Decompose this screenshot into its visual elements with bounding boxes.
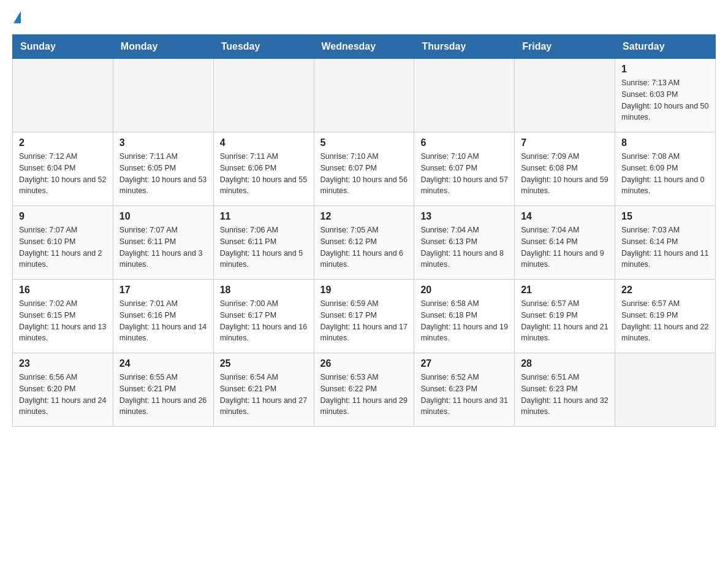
day-number: 22 [621,285,709,296]
day-info: Sunrise: 6:56 AMSunset: 6:20 PMDaylight:… [19,372,107,418]
calendar-cell: 2Sunrise: 7:12 AMSunset: 6:04 PMDaylight… [13,132,113,206]
day-info: Sunrise: 7:05 AMSunset: 6:12 PMDaylight:… [320,224,408,270]
day-info: Sunrise: 6:52 AMSunset: 6:23 PMDaylight:… [420,372,508,418]
day-number: 7 [521,137,609,148]
day-info: Sunrise: 7:02 AMSunset: 6:15 PMDaylight:… [19,298,107,344]
day-number: 15 [621,211,709,222]
calendar-cell [13,59,113,132]
day-number: 28 [521,358,609,369]
day-number: 26 [320,358,408,369]
calendar-cell [515,59,615,132]
day-number: 17 [119,285,207,296]
calendar-cell: 12Sunrise: 7:05 AMSunset: 6:12 PMDayligh… [314,206,414,280]
day-info: Sunrise: 6:51 AMSunset: 6:23 PMDaylight:… [521,372,609,418]
calendar-cell: 28Sunrise: 6:51 AMSunset: 6:23 PMDayligh… [515,353,615,427]
calendar-cell [414,59,515,132]
calendar-cell: 16Sunrise: 7:02 AMSunset: 6:15 PMDayligh… [13,280,113,353]
day-number: 16 [19,285,107,296]
day-info: Sunrise: 6:57 AMSunset: 6:19 PMDaylight:… [521,298,609,344]
day-info: Sunrise: 7:04 AMSunset: 6:14 PMDaylight:… [521,224,609,270]
calendar-row: 23Sunrise: 6:56 AMSunset: 6:20 PMDayligh… [13,353,716,427]
calendar-cell: 24Sunrise: 6:55 AMSunset: 6:21 PMDayligh… [113,353,213,427]
day-number: 11 [220,211,308,222]
logo-triangle-icon [13,11,21,23]
calendar-cell: 13Sunrise: 7:04 AMSunset: 6:13 PMDayligh… [414,206,515,280]
calendar-cell: 26Sunrise: 6:53 AMSunset: 6:22 PMDayligh… [314,353,414,427]
calendar-cell [113,59,213,132]
calendar-row: 9Sunrise: 7:07 AMSunset: 6:10 PMDaylight… [13,206,716,280]
calendar-cell: 10Sunrise: 7:07 AMSunset: 6:11 PMDayligh… [113,206,213,280]
calendar-cell: 23Sunrise: 6:56 AMSunset: 6:20 PMDayligh… [13,353,113,427]
day-number: 5 [320,137,408,148]
day-info: Sunrise: 7:08 AMSunset: 6:09 PMDaylight:… [621,151,709,197]
day-info: Sunrise: 7:04 AMSunset: 6:13 PMDaylight:… [420,224,508,270]
calendar-cell [213,59,314,132]
calendar-cell: 9Sunrise: 7:07 AMSunset: 6:10 PMDaylight… [13,206,113,280]
calendar-cell [615,353,716,427]
calendar-cell: 14Sunrise: 7:04 AMSunset: 6:14 PMDayligh… [515,206,615,280]
day-number: 3 [119,137,207,148]
calendar-cell: 27Sunrise: 6:52 AMSunset: 6:23 PMDayligh… [414,353,515,427]
day-info: Sunrise: 7:07 AMSunset: 6:11 PMDaylight:… [119,224,207,270]
calendar-cell [314,59,414,132]
day-number: 6 [420,137,508,148]
day-number: 23 [19,358,107,369]
calendar-cell: 15Sunrise: 7:03 AMSunset: 6:14 PMDayligh… [615,206,716,280]
weekday-header-saturday: Saturday [615,35,716,59]
day-info: Sunrise: 7:11 AMSunset: 6:06 PMDaylight:… [220,151,308,197]
day-number: 1 [621,64,709,75]
calendar-cell: 3Sunrise: 7:11 AMSunset: 6:05 PMDaylight… [113,132,213,206]
calendar-cell: 22Sunrise: 6:57 AMSunset: 6:19 PMDayligh… [615,280,716,353]
day-info: Sunrise: 7:03 AMSunset: 6:14 PMDaylight:… [621,224,709,270]
calendar-cell: 4Sunrise: 7:11 AMSunset: 6:06 PMDaylight… [213,132,314,206]
calendar-row: 16Sunrise: 7:02 AMSunset: 6:15 PMDayligh… [13,280,716,353]
day-number: 19 [320,285,408,296]
weekday-header-thursday: Thursday [414,35,515,59]
day-info: Sunrise: 6:53 AMSunset: 6:22 PMDaylight:… [320,372,408,418]
calendar-cell: 11Sunrise: 7:06 AMSunset: 6:11 PMDayligh… [213,206,314,280]
day-number: 24 [119,358,207,369]
calendar-cell: 8Sunrise: 7:08 AMSunset: 6:09 PMDaylight… [615,132,716,206]
day-number: 4 [220,137,308,148]
weekday-header-friday: Friday [515,35,615,59]
calendar-cell: 19Sunrise: 6:59 AMSunset: 6:17 PMDayligh… [314,280,414,353]
day-info: Sunrise: 7:12 AMSunset: 6:04 PMDaylight:… [19,151,107,197]
weekday-header-monday: Monday [113,35,213,59]
day-info: Sunrise: 6:55 AMSunset: 6:21 PMDaylight:… [119,372,207,418]
weekday-header-wednesday: Wednesday [314,35,414,59]
day-info: Sunrise: 7:10 AMSunset: 6:07 PMDaylight:… [320,151,408,197]
day-info: Sunrise: 7:11 AMSunset: 6:05 PMDaylight:… [119,151,207,197]
calendar-cell: 7Sunrise: 7:09 AMSunset: 6:08 PMDaylight… [515,132,615,206]
day-info: Sunrise: 6:58 AMSunset: 6:18 PMDaylight:… [420,298,508,344]
calendar-row: 2Sunrise: 7:12 AMSunset: 6:04 PMDaylight… [13,132,716,206]
day-info: Sunrise: 7:13 AMSunset: 6:03 PMDaylight:… [621,77,709,123]
day-number: 10 [119,211,207,222]
day-number: 25 [220,358,308,369]
day-number: 18 [220,285,308,296]
weekday-header-row: SundayMondayTuesdayWednesdayThursdayFrid… [13,35,716,59]
day-number: 14 [521,211,609,222]
day-number: 20 [420,285,508,296]
calendar-table: SundayMondayTuesdayWednesdayThursdayFrid… [12,34,716,427]
day-number: 2 [19,137,107,148]
day-info: Sunrise: 6:57 AMSunset: 6:19 PMDaylight:… [621,298,709,344]
weekday-header-tuesday: Tuesday [213,35,314,59]
calendar-row: 1Sunrise: 7:13 AMSunset: 6:03 PMDaylight… [13,59,716,132]
day-info: Sunrise: 7:00 AMSunset: 6:17 PMDaylight:… [220,298,308,344]
day-number: 8 [621,137,709,148]
page-header [12,12,716,25]
calendar-cell: 18Sunrise: 7:00 AMSunset: 6:17 PMDayligh… [213,280,314,353]
calendar-cell: 1Sunrise: 7:13 AMSunset: 6:03 PMDaylight… [615,59,716,132]
day-info: Sunrise: 7:01 AMSunset: 6:16 PMDaylight:… [119,298,207,344]
day-info: Sunrise: 6:54 AMSunset: 6:21 PMDaylight:… [220,372,308,418]
calendar-cell: 6Sunrise: 7:10 AMSunset: 6:07 PMDaylight… [414,132,515,206]
calendar-cell: 17Sunrise: 7:01 AMSunset: 6:16 PMDayligh… [113,280,213,353]
calendar-cell: 5Sunrise: 7:10 AMSunset: 6:07 PMDaylight… [314,132,414,206]
day-number: 9 [19,211,107,222]
calendar-cell: 21Sunrise: 6:57 AMSunset: 6:19 PMDayligh… [515,280,615,353]
logo [12,12,21,25]
calendar-cell: 20Sunrise: 6:58 AMSunset: 6:18 PMDayligh… [414,280,515,353]
weekday-header-sunday: Sunday [13,35,113,59]
day-info: Sunrise: 6:59 AMSunset: 6:17 PMDaylight:… [320,298,408,344]
day-number: 27 [420,358,508,369]
